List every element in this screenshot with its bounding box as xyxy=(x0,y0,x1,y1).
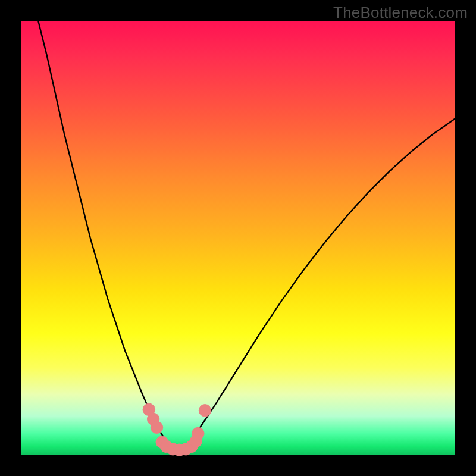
plot-overlay-svg xyxy=(21,21,455,455)
watermark-text: TheBottleneck.com xyxy=(333,4,468,22)
marker-point xyxy=(199,405,211,416)
curve-right-branch xyxy=(177,118,455,450)
marker-point xyxy=(192,427,204,439)
marker-point xyxy=(151,421,162,433)
curve-left-branch xyxy=(38,21,177,450)
chart-frame: TheBottleneck.com xyxy=(0,0,476,476)
